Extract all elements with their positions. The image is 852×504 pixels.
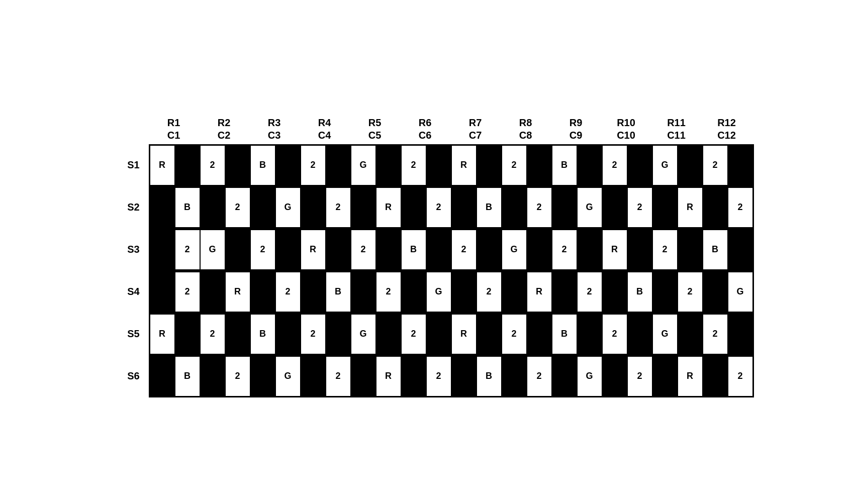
cell-r4-c2: 2 [175,272,200,312]
cell-r1-c6 [275,145,301,185]
cell-r1-c23: 2 [703,145,728,185]
cell-r6-c24: 2 [728,356,753,396]
r-header-r6: R6 [400,117,450,129]
cell-r6-c7 [301,356,326,396]
cell-r3-c7: R [301,230,326,270]
cell-r6-c4: 2 [225,356,250,396]
cell-r5-c20 [627,314,652,354]
cell-r5-c22 [678,314,703,354]
cell-r3-c17: 2 [552,230,577,270]
cell-r2-c2: B [175,187,200,228]
cell-r5-c23: 2 [703,314,728,354]
grid-row-s5: S5R2B2G2R2B2G2 [119,313,754,355]
cell-r5-c19: 2 [602,314,627,354]
row-grid-s1: R2B2G2R2B2G2 [149,144,754,186]
r-header-r4: R4 [300,117,350,129]
row-label-s3: S3 [119,229,149,271]
c-header-c1: C1 [149,130,199,141]
cell-r6-c2: B [175,356,200,396]
cell-r1-c5: B [250,145,275,185]
grid-row-s3: S32G2R2B2G2R2B [119,229,754,271]
cell-r4-c3 [200,272,225,312]
cell-r6-c6: G [275,356,301,396]
cell-r5-c8 [326,314,351,354]
cell-r3-c5: 2 [250,230,275,270]
row-label-s2: S2 [119,186,149,229]
c-headers-row: C1C2C3C4C5C6C7C8C9C10C11C12 [149,130,754,141]
r-header-r1: R1 [149,117,199,129]
grid-row-s6: S6B2G2R2B2G2R2 [119,355,754,397]
cell-r5-c11: 2 [401,314,426,354]
cell-r6-c20: 2 [627,356,652,396]
cell-r3-c21: 2 [652,230,678,270]
cell-r3-c23: B [703,230,728,270]
cell-r2-c4: 2 [225,187,250,228]
cell-r4-c5 [250,272,275,312]
cell-r6-c22: R [678,356,703,396]
c-header-c7: C7 [450,130,501,141]
r-header-r2: R2 [199,117,249,129]
cell-r6-c16: 2 [527,356,552,396]
cell-r4-c12: G [426,272,451,312]
c-header-c8: C8 [501,130,551,141]
r-header-r11: R11 [651,117,702,129]
c-header-c4: C4 [300,130,350,141]
cell-r3-c19: R [602,230,627,270]
cell-r3-c6 [275,230,301,270]
cell-r3-c18 [577,230,602,270]
cell-r6-c13 [451,356,477,396]
cell-r4-c16: R [527,272,552,312]
row-grid-s6: B2G2R2B2G2R2 [149,355,754,397]
cell-r6-c12: 2 [426,356,451,396]
cell-r2-c22: R [678,187,703,228]
cell-r4-c19 [602,272,627,312]
cell-r4-c17 [552,272,577,312]
cell-r5-c16 [527,314,552,354]
cell-r6-c10: R [376,356,401,396]
cell-r2-c9 [351,187,376,228]
r-header-r10: R10 [601,117,651,129]
cell-r5-c3: 2 [200,314,225,354]
cell-r3-c9: 2 [351,230,376,270]
cell-r3-c20 [627,230,652,270]
r-header-r8: R8 [501,117,551,129]
cell-r4-c10: 2 [376,272,401,312]
grid-container: R1R2R3R4R5R6R7R8R9R10R11R12 C1C2C3C4C5C6… [78,87,774,418]
cell-r4-c22: 2 [678,272,703,312]
cell-r3-c13: 2 [451,230,477,270]
c-header-c2: C2 [199,130,249,141]
cell-r3-c16 [527,230,552,270]
c-header-c12: C12 [702,130,752,141]
cell-r4-c1 [150,272,175,312]
cell-r1-c11: 2 [401,145,426,185]
c-header-c3: C3 [249,130,300,141]
cell-r2-c23 [703,187,728,228]
cell-r3-c8 [326,230,351,270]
cell-r5-c7: 2 [301,314,326,354]
cell-r1-c3: 2 [200,145,225,185]
cell-r6-c23 [703,356,728,396]
cell-r4-c14: 2 [477,272,502,312]
grid-row-s2: S2B2G2R2B2G2R2 [119,186,754,229]
cell-r2-c3 [200,187,225,228]
cell-r1-c14 [477,145,502,185]
cell-r4-c7 [301,272,326,312]
row-label-s4: S4 [119,271,149,313]
cell-r5-c15: 2 [502,314,527,354]
cell-r2-c13 [451,187,477,228]
cell-r6-c11 [401,356,426,396]
cell-r4-c4: R [225,272,250,312]
cell-r3-c10 [376,230,401,270]
cell-r4-c15 [502,272,527,312]
row-label-s6: S6 [119,355,149,397]
cell-r2-c8: 2 [326,187,351,228]
cell-r6-c15 [502,356,527,396]
cell-r2-c7 [301,187,326,228]
cell-r3-c3: G [200,230,225,270]
r-header-r9: R9 [551,117,601,129]
cell-r6-c5 [250,356,275,396]
cell-r1-c2 [175,145,200,185]
r-headers-row: R1R2R3R4R5R6R7R8R9R10R11R12 [149,117,754,129]
cell-r3-c14 [477,230,502,270]
cell-r1-c1: R [150,145,175,185]
